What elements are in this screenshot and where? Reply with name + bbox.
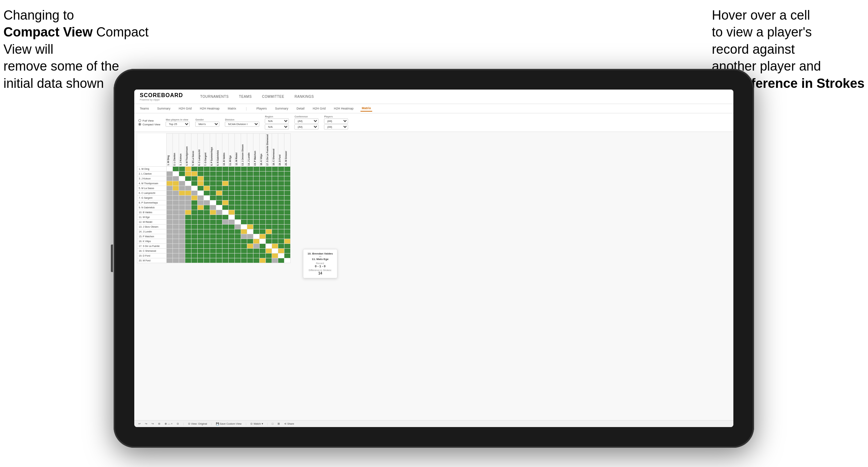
- share-button[interactable]: ⊲ Share: [284, 422, 294, 425]
- watch-button[interactable]: ⊙ Watch ▾: [250, 422, 263, 425]
- matrix-cell[interactable]: [185, 200, 191, 205]
- matrix-cell[interactable]: [260, 181, 266, 186]
- matrix-cell[interactable]: [210, 244, 216, 249]
- matrix-cell[interactable]: [266, 186, 272, 191]
- matrix-cell[interactable]: [235, 225, 241, 229]
- matrix-cell[interactable]: [198, 205, 204, 210]
- matrix-cell[interactable]: [241, 239, 247, 244]
- conference-select-1[interactable]: (All): [294, 118, 318, 124]
- matrix-cell[interactable]: [216, 249, 222, 253]
- matrix-cell[interactable]: [284, 244, 291, 249]
- matrix-cell[interactable]: [173, 244, 179, 249]
- matrix-cell[interactable]: [253, 234, 260, 239]
- matrix-cell[interactable]: [253, 244, 260, 249]
- matrix-cell[interactable]: [191, 258, 198, 263]
- matrix-cell[interactable]: [278, 253, 284, 258]
- matrix-cell[interactable]: [179, 181, 185, 186]
- matrix-cell[interactable]: [260, 186, 266, 191]
- matrix-cell[interactable]: [179, 205, 185, 210]
- matrix-cell[interactable]: [210, 205, 216, 210]
- matrix-cell[interactable]: [222, 249, 229, 253]
- matrix-cell[interactable]: [235, 181, 241, 186]
- matrix-cell[interactable]: [253, 253, 260, 258]
- matrix-cell[interactable]: [204, 225, 210, 229]
- matrix-cell[interactable]: [179, 215, 185, 220]
- matrix-cell[interactable]: [210, 249, 216, 253]
- matrix-cell[interactable]: [167, 186, 173, 191]
- matrix-cell[interactable]: [167, 210, 173, 215]
- matrix-cell[interactable]: [253, 186, 260, 191]
- zoom-controls[interactable]: ⊕ — +: [165, 422, 172, 425]
- matrix-cell[interactable]: [204, 220, 210, 225]
- matrix-cell[interactable]: [173, 200, 179, 205]
- matrix-cell[interactable]: [204, 186, 210, 191]
- matrix-cell[interactable]: [210, 225, 216, 229]
- matrix-cell[interactable]: [253, 191, 260, 196]
- matrix-cell[interactable]: [185, 239, 191, 244]
- grid-button[interactable]: ⊞: [278, 422, 280, 425]
- matrix-cell[interactable]: [253, 200, 260, 205]
- matrix-cell[interactable]: [253, 167, 260, 172]
- matrix-cell[interactable]: [222, 205, 229, 210]
- matrix-cell[interactable]: [247, 249, 253, 253]
- matrix-cell[interactable]: [260, 258, 266, 263]
- matrix-cell[interactable]: [260, 244, 266, 249]
- matrix-cell[interactable]: [253, 172, 260, 176]
- matrix-cell[interactable]: [229, 239, 235, 244]
- matrix-cell[interactable]: [222, 244, 229, 249]
- division-select[interactable]: NCAA Division I: [225, 122, 259, 127]
- matrix-cell[interactable]: [229, 181, 235, 186]
- matrix-cell[interactable]: [229, 191, 235, 196]
- matrix-cell[interactable]: [204, 244, 210, 249]
- matrix-cell[interactable]: [167, 220, 173, 225]
- matrix-cell[interactable]: [185, 210, 191, 215]
- matrix-cell[interactable]: [278, 215, 284, 220]
- matrix-cell[interactable]: [179, 220, 185, 225]
- view-original-button[interactable]: ⊙ View: Original: [188, 422, 207, 425]
- matrix-cell[interactable]: [235, 239, 241, 244]
- matrix-cell[interactable]: [272, 172, 278, 176]
- matrix-cell[interactable]: [278, 191, 284, 196]
- tab-h2h-heatmap-2[interactable]: H2H Heatmap: [333, 106, 355, 111]
- matrix-cell[interactable]: [284, 220, 291, 225]
- matrix-cell[interactable]: [253, 210, 260, 215]
- matrix-cell[interactable]: [179, 176, 185, 181]
- matrix-cell[interactable]: [241, 225, 247, 229]
- undo-button[interactable]: ↩: [138, 422, 141, 425]
- matrix-cell[interactable]: [247, 191, 253, 196]
- matrix-cell[interactable]: [198, 176, 204, 181]
- matrix-cell[interactable]: [216, 229, 222, 234]
- matrix-cell[interactable]: [185, 172, 191, 176]
- matrix-cell[interactable]: [173, 210, 179, 215]
- matrix-cell[interactable]: [235, 244, 241, 249]
- matrix-cell[interactable]: [185, 220, 191, 225]
- matrix-cell[interactable]: [278, 196, 284, 200]
- matrix-cell[interactable]: [272, 167, 278, 172]
- matrix-cell[interactable]: [266, 181, 272, 186]
- matrix-cell[interactable]: [167, 196, 173, 200]
- matrix-cell[interactable]: [173, 253, 179, 258]
- matrix-cell[interactable]: [222, 220, 229, 225]
- matrix-cell[interactable]: [210, 210, 216, 215]
- matrix-cell[interactable]: [284, 172, 291, 176]
- matrix-cell[interactable]: [210, 220, 216, 225]
- matrix-cell[interactable]: [229, 186, 235, 191]
- matrix-cell[interactable]: [229, 196, 235, 200]
- matrix-cell[interactable]: [179, 258, 185, 263]
- matrix-cell[interactable]: [191, 210, 198, 215]
- matrix-cell[interactable]: [278, 225, 284, 229]
- matrix-cell[interactable]: [272, 186, 278, 191]
- matrix-cell[interactable]: [204, 215, 210, 220]
- players-select-2[interactable]: (All): [324, 124, 348, 129]
- matrix-cell[interactable]: [235, 200, 241, 205]
- tab-teams[interactable]: Teams: [138, 106, 150, 111]
- matrix-cell[interactable]: [229, 244, 235, 249]
- matrix-cell[interactable]: [204, 181, 210, 186]
- matrix-cell[interactable]: [284, 196, 291, 200]
- matrix-cell[interactable]: [253, 176, 260, 181]
- region-select-2[interactable]: N/A: [265, 124, 289, 129]
- tab-detail[interactable]: Detail: [295, 106, 306, 111]
- matrix-cell[interactable]: [167, 191, 173, 196]
- matrix-cell[interactable]: [179, 172, 185, 176]
- tab-h2h-heatmap-1[interactable]: H2H Heatmap: [199, 106, 221, 111]
